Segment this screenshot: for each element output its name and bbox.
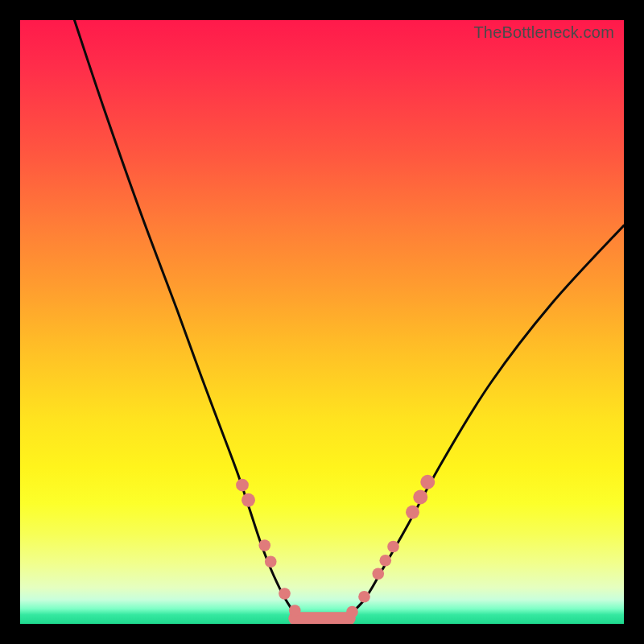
curve-marker [413, 490, 427, 505]
watermark-text: TheBottleneck.com [473, 23, 614, 42]
curve-marker [379, 555, 391, 567]
curve-marker [289, 605, 301, 617]
curve-marker [242, 493, 255, 507]
curve-marker [406, 506, 419, 519]
curve-marker [420, 475, 435, 489]
curve-marker [387, 541, 399, 553]
curve-marker [372, 568, 384, 580]
curve-marker [358, 591, 370, 603]
curve-marker [236, 479, 249, 492]
curve-marker [265, 555, 277, 568]
curve-marker [279, 588, 291, 600]
chart-frame: TheBottleneck.com [0, 0, 644, 644]
curve-path [75, 20, 625, 621]
curve-marker [258, 539, 270, 551]
curve-marker [346, 606, 358, 618]
plot-area: TheBottleneck.com [20, 20, 624, 624]
bottleneck-curve [20, 20, 624, 624]
